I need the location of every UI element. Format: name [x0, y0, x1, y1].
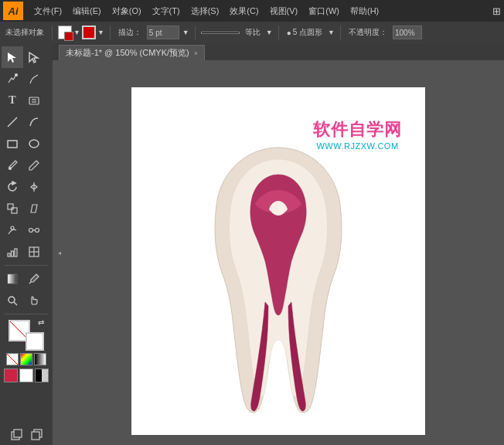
selection-tool-button[interactable] [2, 46, 23, 68]
svg-point-0 [15, 74, 18, 76]
ellipse-tool-button[interactable] [23, 133, 45, 155]
tab-close-button[interactable]: × [194, 49, 198, 57]
no-selection-label: 未选择对象 [3, 26, 46, 39]
svg-point-7 [9, 168, 12, 170]
toolbar-divider-1 [52, 25, 53, 39]
scale-tool-button[interactable] [2, 198, 23, 219]
stroke-square-arrow-icon: ▼ [97, 29, 104, 36]
menu-view[interactable]: 视图(V) [265, 4, 303, 19]
gradient-color-button[interactable] [34, 353, 46, 365]
color-gradient-preview [21, 354, 32, 365]
svg-point-22 [9, 297, 15, 303]
svg-point-11 [11, 226, 14, 229]
left-toolbar: T [0, 43, 53, 445]
trace-dropdown-icon[interactable]: ▼ [182, 29, 189, 36]
stroke-square-icon[interactable] [82, 25, 96, 39]
stroke-color-box[interactable] [64, 32, 73, 41]
document-tab[interactable]: 未标题-1* @ 150% (CMYK/预览) × [59, 45, 205, 60]
menu-text[interactable]: 文字(T) [148, 4, 185, 19]
swap-colors-icon[interactable]: ⇄ [38, 318, 44, 327]
blend-tool-button[interactable] [23, 219, 45, 241]
eyedropper-tool-button[interactable] [23, 268, 45, 290]
svg-rect-5 [8, 141, 17, 148]
left-scroll-indicator: ◂ [56, 250, 63, 256]
trace-label: 描边： [116, 26, 144, 39]
points-dropdown-icon[interactable]: ▼ [328, 29, 335, 36]
arrange-below-button[interactable] [7, 425, 26, 443]
toolbar-divider-4 [278, 25, 279, 39]
paintbrush-tool-button[interactable] [2, 155, 23, 176]
canvas-panel: 未标题-1* @ 150% (CMYK/预览) × 软件自学网 WWW.RJZX… [53, 43, 504, 445]
pencil-tool-button[interactable] [23, 155, 45, 176]
none-color-button[interactable] [6, 353, 19, 365]
svg-rect-27 [32, 432, 39, 440]
mesh-tool-button[interactable] [23, 241, 45, 263]
fill-color-box[interactable] [58, 25, 72, 39]
type-tool-button[interactable]: T [2, 90, 23, 111]
fill-stroke-boxes: ⇄ [9, 320, 44, 351]
opacity-label: 不透明度： [346, 26, 390, 39]
ratio-dropdown-icon[interactable]: ▼ [266, 29, 273, 36]
hand-tool-button[interactable] [23, 290, 45, 311]
menu-file[interactable]: 文件(F) [29, 4, 66, 19]
svg-point-13 [36, 229, 39, 233]
opacity-input[interactable] [393, 25, 422, 39]
gradient-tool-button[interactable] [2, 268, 23, 290]
white-color-swatch[interactable] [19, 369, 33, 382]
menu-edit[interactable]: 编辑(E) [68, 4, 106, 19]
rectangle-tool-button[interactable] [2, 133, 23, 155]
tab-bar: 未标题-1* @ 150% (CMYK/预览) × [53, 43, 504, 60]
stroke-dash-preview [201, 32, 240, 34]
tab-label: 未标题-1* @ 150% (CMYK/预览) [66, 47, 189, 59]
tooth-illustration [186, 136, 371, 414]
tool-row-line [2, 111, 51, 133]
menu-select[interactable]: 选择(S) [186, 4, 224, 19]
menu-effect[interactable]: 效果(C) [225, 4, 263, 19]
none-slash [7, 354, 18, 365]
quick-color-row [2, 367, 50, 384]
reflect-tool-button[interactable] [23, 176, 45, 198]
red-color-swatch[interactable] [4, 369, 18, 382]
menu-object[interactable]: 对象(O) [107, 4, 146, 19]
tool-row-scale [2, 198, 51, 219]
stroke-box[interactable] [26, 332, 44, 351]
layer-buttons [5, 423, 47, 445]
pen-tool-button[interactable] [2, 68, 23, 90]
arrange-above-button[interactable] [27, 425, 46, 443]
stroke-arrow-icon: ▼ [73, 29, 80, 36]
toolbar-divider-5 [340, 25, 341, 39]
tool-row-color [2, 268, 51, 290]
tool-row-pen [2, 68, 51, 90]
workspace-switcher-icon[interactable]: ⊞ [492, 5, 501, 17]
svg-rect-10 [12, 208, 17, 213]
freeform-pen-tool-button[interactable] [23, 68, 45, 90]
canvas-area[interactable]: 软件自学网 WWW.RJZXW.COM [53, 60, 504, 445]
tool-row-navigate [2, 290, 51, 311]
zoom-tool-button[interactable] [2, 290, 23, 311]
shear-tool-button[interactable] [23, 198, 45, 219]
line-tool-button[interactable] [2, 111, 23, 133]
trace-value-input[interactable] [147, 25, 179, 39]
color-button[interactable] [20, 353, 32, 365]
stroke-dash-group [201, 32, 240, 34]
graph-tool-button[interactable] [2, 241, 23, 263]
svg-rect-21 [8, 274, 17, 284]
tool-row-type: T [2, 90, 51, 111]
main-area: T [0, 43, 504, 445]
rotate-tool-button[interactable] [2, 176, 23, 198]
menu-help[interactable]: 帮助(H) [346, 4, 383, 19]
tool-row-graph [2, 241, 51, 263]
menu-window[interactable]: 窗口(W) [304, 4, 344, 19]
direct-selection-tool-button[interactable] [23, 46, 45, 68]
stroke-color-controls[interactable]: ▼ ▼ [58, 25, 104, 39]
warp-tool-button[interactable] [2, 219, 23, 241]
arc-tool-button[interactable] [23, 111, 45, 133]
artboard: 软件自学网 WWW.RJZXW.COM [131, 87, 425, 435]
options-toolbar: 未选择对象 ▼ ▼ 描边： ▼ 等比 ▼ ● 5 点圆形 ▼ 不透明度： [0, 22, 504, 43]
toolbar-divider-3 [195, 25, 196, 39]
black-diag-swatch[interactable] [35, 369, 49, 382]
tool-row-select [2, 46, 51, 68]
svg-point-6 [29, 140, 39, 148]
points-label: ● 5 点圆形 [284, 26, 325, 39]
area-type-tool-button[interactable] [23, 90, 45, 111]
